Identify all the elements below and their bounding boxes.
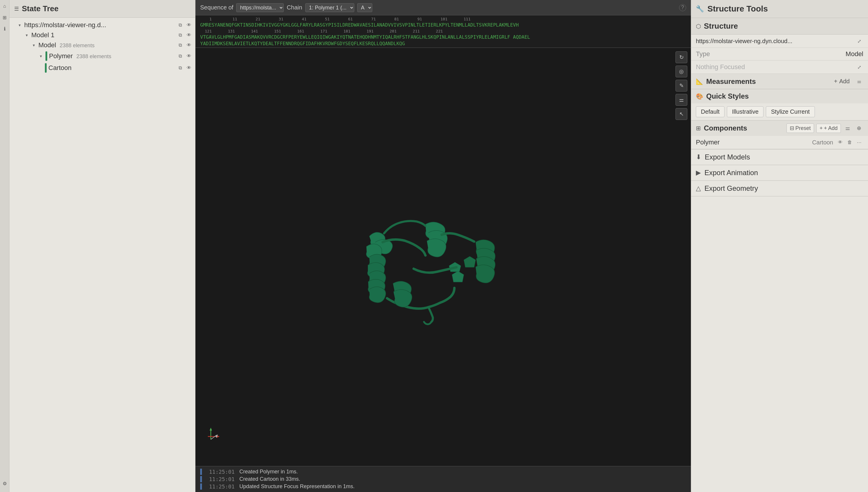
right-panel: 🔧 Structure Tools ⬡ Structure https://mo… (691, 0, 868, 492)
type-row: Type Model (691, 48, 868, 60)
measurements-title: Measurements (706, 77, 829, 85)
components-header: ⊞ Components ⊟ Preset + + Add ⚌ ⊕ (691, 121, 868, 136)
tree-content: ▾ https://molstar-viewer-ng.d... ⧉ 👁 ▾ M… (9, 18, 195, 492)
log-indicator-1 (200, 476, 202, 482)
seq-numbers-2: 121 131 141 151 161 171 181 191 201 211 … (200, 29, 686, 34)
log-msg-0: Created Polymer in 1ms. (239, 469, 298, 475)
tree-item-model1[interactable]: ▾ Model 1 ⧉ 👁 (9, 30, 195, 40)
chain-select2[interactable]: A (357, 3, 372, 12)
comp-action-btns: ⊟ Preset + + Add ⚌ ⊕ (787, 123, 863, 133)
chevron-model[interactable]: ▾ (31, 42, 36, 48)
settings-icon[interactable]: ⚙ (1, 479, 8, 487)
chevron-polymer[interactable]: ▾ (38, 53, 44, 59)
preset-btn[interactable]: ⊟ Preset (787, 123, 814, 133)
eye-cartoon-btn[interactable]: 👁 (185, 64, 193, 72)
export-geometry-row[interactable]: △ Export Geometry (691, 181, 868, 196)
target-btn[interactable]: ◎ (675, 66, 687, 77)
url-label: https://molstar-viewer-ng.d... (24, 21, 175, 29)
copy-model1-btn[interactable]: ⧉ (176, 31, 184, 39)
export-animation-row[interactable]: ▶ Export Animation (691, 165, 868, 180)
eye-model-btn[interactable]: 👁 (185, 41, 193, 49)
state-tree-header: ☰ State Tree (9, 0, 195, 18)
qs-illustrative-btn[interactable]: Illustrative (727, 106, 764, 117)
seq-numbers-1: 1 11 21 31 41 51 61 71 81 91 101 111 (200, 17, 686, 22)
wrench-btn[interactable]: ✎ (675, 80, 687, 92)
svg-marker-4 (210, 427, 212, 430)
tree-item-model[interactable]: ▾ Model 2388 elements ⧉ 👁 (9, 40, 195, 50)
log-msg-1: Created Cartoon in 33ms. (239, 476, 300, 482)
quick-styles-buttons: Default Illustrative Stylize Current (691, 103, 868, 120)
components-section: ⊞ Components ⊟ Preset + + Add ⚌ ⊕ Polyme… (691, 121, 868, 149)
tree-item-polymer[interactable]: ▾ Polymer 2388 elements ⧉ 👁 (9, 50, 195, 62)
comp-sliders-btn[interactable]: ⚌ (843, 124, 852, 132)
expand-url-btn[interactable]: ⤢ (855, 37, 863, 45)
expand-measurements-btn[interactable]: ⚌ (855, 77, 863, 85)
nothing-focused-row: Nothing Focused ⤢ (691, 60, 868, 74)
chevron-url[interactable]: ▾ (17, 22, 22, 28)
add-comp-label: + Add (824, 125, 838, 131)
log-time-2: 11:25:01 (209, 484, 235, 490)
polymer-comp-type: Cartoon (812, 139, 833, 146)
grid-icon[interactable]: ⊞ (1, 14, 8, 21)
export-geometry-label: Export Geometry (705, 184, 758, 193)
preset-label: Preset (795, 125, 811, 131)
model1-actions: ⧉ 👁 (176, 31, 193, 39)
viewer-toolbar: ↻ ◎ ✎ ⚌ ↖ (675, 51, 687, 120)
copy-polymer-btn[interactable]: ⧉ (176, 52, 184, 60)
polymer-actions: ⧉ 👁 (176, 52, 193, 60)
expand-focus-btn[interactable]: ⤢ (855, 63, 863, 71)
sliders-btn[interactable]: ⚌ (675, 94, 687, 106)
copy-cartoon-btn[interactable]: ⧉ (176, 64, 184, 72)
eye-polymer-btn[interactable]: 👁 (185, 52, 193, 60)
chain-select[interactable]: 1: Polymer 1 (... (305, 3, 354, 12)
measurements-add-btn[interactable]: + Add (832, 77, 852, 86)
home-icon[interactable]: ⌂ (1, 2, 8, 10)
polymer-component-row: Polymer Cartoon 👁 🗑 ⋯ (691, 136, 868, 149)
add-component-btn[interactable]: + + Add (816, 124, 841, 133)
structure-section-header: ⬡ Structure (691, 18, 868, 34)
cursor-btn[interactable]: ↖ (675, 108, 687, 120)
copy-model-btn[interactable]: ⧉ (176, 41, 184, 49)
viewer-canvas[interactable]: ↻ ◎ ✎ ⚌ ↖ (196, 48, 691, 466)
refresh-btn[interactable]: ↻ (675, 51, 687, 63)
qs-default-btn[interactable]: Default (696, 106, 724, 117)
polymer-more-btn[interactable]: ⋯ (855, 138, 863, 146)
components-icon: ⊞ (696, 125, 701, 132)
qs-stylize-btn[interactable]: Stylize Current (766, 106, 815, 117)
chain-label: Chain (287, 4, 302, 11)
add-comp-icon: + (820, 125, 823, 131)
polymer-delete-btn[interactable]: 🗑 (846, 138, 854, 146)
tree-item-cartoon[interactable]: Cartoon ⧉ 👁 (9, 62, 195, 74)
structure-url: https://molstar-viewer-ng.dyn.cloud... (696, 38, 855, 45)
state-tree-icon: ☰ (14, 6, 19, 12)
polymer-eye-btn[interactable]: 👁 (836, 138, 844, 146)
polymer-color-bar (46, 51, 47, 61)
copy-url-btn[interactable]: ⧉ (176, 21, 184, 29)
log-msg-2: Updated Structure Focus Representation i… (239, 484, 355, 490)
log-time-1: 11:25:01 (209, 476, 235, 482)
url-select[interactable]: https://molsta... (236, 3, 284, 12)
export-animation-icon: ▶ (696, 169, 701, 177)
add-label: Add (839, 78, 850, 85)
measurements-section: 📐 Measurements + Add ⚌ (691, 74, 868, 89)
polymer-label: Polymer 2388 elements (49, 52, 175, 60)
chevron-model1[interactable]: ▾ (24, 32, 29, 38)
cartoon-actions: ⧉ 👁 (176, 64, 193, 72)
tree-item-url[interactable]: ▾ https://molstar-viewer-ng.d... ⧉ 👁 (9, 20, 195, 30)
export-animation-label: Export Animation (705, 169, 758, 177)
main-viewer: Sequence of https://molsta... Chain 1: P… (196, 0, 691, 492)
polymer-comp-actions: 👁 🗑 ⋯ (836, 138, 863, 146)
log-panel: 11:25:01 Created Polymer in 1ms. 11:25:0… (196, 466, 691, 492)
quick-styles-section: 🎨 Quick Styles Default Illustrative Styl… (691, 89, 868, 121)
comp-more-btn[interactable]: ⊕ (854, 124, 863, 132)
eye-model1-btn[interactable]: 👁 (185, 31, 193, 39)
left-sidebar: ⌂ ⊞ ℹ ⚙ (0, 0, 9, 492)
export-animation-section: ▶ Export Animation (691, 165, 868, 181)
export-models-row[interactable]: ⬇ Export Models (691, 149, 868, 165)
help-button[interactable]: ? (679, 4, 686, 11)
log-indicator-0 (200, 469, 202, 475)
export-models-icon: ⬇ (696, 153, 701, 161)
preset-icon: ⊟ (790, 125, 794, 131)
eye-url-btn[interactable]: 👁 (185, 21, 193, 29)
info-icon[interactable]: ℹ (1, 25, 8, 32)
